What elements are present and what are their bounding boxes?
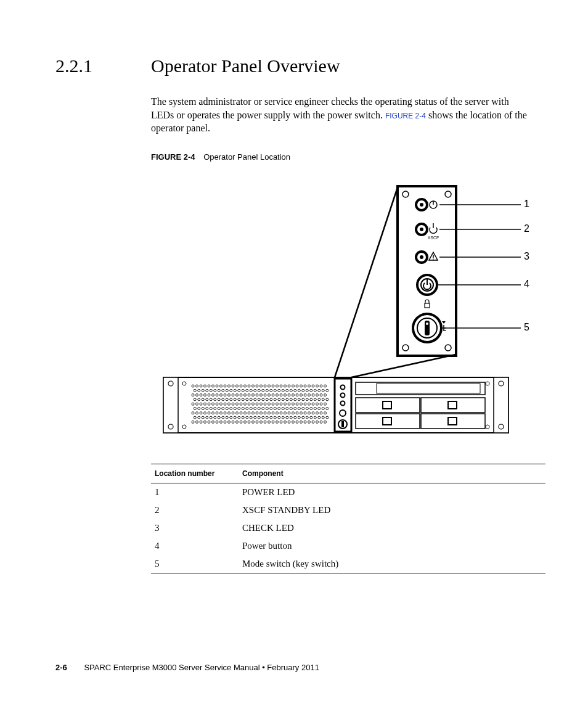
svg-line-34	[351, 355, 455, 377]
callout-3: 3	[524, 251, 529, 262]
svg-line-33	[335, 187, 398, 377]
cell-num: 2	[151, 501, 239, 519]
figure-label: FIGURE 2-4	[151, 152, 195, 162]
cell-comp: XSCF STANDBY LED	[239, 501, 545, 519]
svg-rect-59	[448, 401, 457, 409]
page-footer: 2-6 SPARC Enterprise M3000 Server Servic…	[55, 663, 533, 672]
cell-comp: CHECK LED	[239, 519, 545, 537]
cell-num: 5	[151, 555, 239, 573]
cell-comp: Power button	[239, 537, 545, 555]
svg-rect-55	[377, 384, 480, 393]
intro-paragraph: The system administrator or service engi…	[151, 95, 533, 135]
section-heading: 2.2.1 Operator Panel Overview	[55, 55, 533, 76]
svg-rect-58	[383, 401, 391, 409]
cell-comp: POWER LED	[239, 483, 545, 501]
svg-point-10	[420, 228, 423, 231]
cell-num: 4	[151, 537, 239, 555]
callout-1: 1	[524, 199, 529, 210]
svg-point-24	[426, 322, 428, 325]
table-row: 1 POWER LED	[151, 483, 545, 501]
callout-4: 4	[524, 279, 529, 290]
svg-point-6	[420, 203, 423, 207]
footer-text: SPARC Enterprise M3000 Server Service Ma…	[84, 663, 319, 672]
svg-rect-53	[341, 421, 344, 427]
svg-rect-63	[448, 417, 457, 425]
section-title: Operator Panel Overview	[151, 55, 340, 76]
callout-2: 2	[524, 223, 529, 234]
svg-text:XSCF: XSCF	[428, 236, 439, 240]
svg-rect-62	[383, 417, 391, 425]
figure-title: Operator Panel Location	[203, 152, 290, 162]
svg-point-16	[433, 258, 434, 260]
callout-5: 5	[524, 322, 529, 333]
svg-point-14	[420, 255, 423, 259]
cell-num: 1	[151, 483, 239, 501]
section-number: 2.2.1	[55, 55, 151, 76]
table-row: 3 CHECK LED	[151, 519, 545, 537]
table-row: 2 XSCF STANDBY LED	[151, 501, 545, 519]
operator-panel-diagram-svg: XSCF	[151, 180, 545, 451]
legend-table: Location number Component 1 POWER LED 2 …	[151, 464, 545, 573]
table-header-row: Location number Component	[151, 464, 545, 483]
figure-caption: FIGURE 2-4 Operator Panel Location	[151, 152, 533, 162]
th-component: Component	[239, 464, 545, 483]
footer-pageno: 2-6	[55, 663, 67, 672]
th-location-number: Location number	[151, 464, 239, 483]
figure-diagram: XSCF	[151, 180, 545, 451]
table-row: 5 Mode switch (key switch)	[151, 555, 545, 573]
figure-xref[interactable]: FIGURE 2-4	[385, 112, 426, 120]
cell-num: 3	[151, 519, 239, 537]
cell-comp: Mode switch (key switch)	[239, 555, 545, 573]
table-row: 4 Power button	[151, 537, 545, 555]
svg-rect-46	[191, 385, 330, 425]
